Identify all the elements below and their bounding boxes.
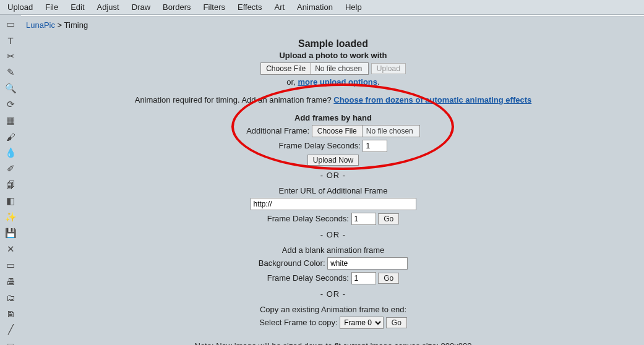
menu-animation[interactable]: Animation (292, 1, 338, 13)
frame-delay-label-2: Frame Delay Seconds: (267, 214, 349, 223)
frame-url-input[interactable] (251, 198, 416, 210)
eraser-icon[interactable]: ◧ (3, 195, 18, 207)
animation-notice: Animation required for timing. Add an an… (22, 95, 644, 104)
upload-file-input[interactable]: Choose File No file chosen (260, 62, 369, 75)
line-icon[interactable]: ╱ (3, 324, 18, 335)
menu-upload[interactable]: Upload (2, 1, 38, 13)
blank-frame-header: Add a blank animation frame (22, 245, 644, 255)
menu-edit[interactable]: Edit (66, 1, 89, 13)
page-title: Sample loaded (22, 38, 644, 49)
copy-frame-header: Copy an existing Animation frame to end: (22, 305, 644, 314)
or-divider-2: - OR - (22, 230, 644, 239)
breadcrumb-sep: > (58, 20, 62, 30)
additional-frame-choose-button[interactable]: Choose File (312, 126, 363, 137)
select-icon[interactable]: ▭ (3, 19, 18, 30)
breadcrumb-current: Timing (64, 20, 88, 30)
more-upload-options-link[interactable]: more upload options (298, 77, 377, 87)
or-divider-3: - OR - (22, 289, 644, 299)
rotate-icon[interactable]: ⟳ (3, 99, 18, 110)
catalog-icon[interactable]: 🗂 (3, 292, 18, 303)
menu-draw[interactable]: Draw (127, 1, 155, 13)
menu-help[interactable]: Help (340, 1, 367, 13)
choose-file-button[interactable]: Choose File (261, 63, 311, 74)
menu-bar: UploadFileEditAdjustDrawBordersFiltersEf… (0, 0, 644, 15)
pen-icon[interactable]: ✎ (3, 67, 18, 78)
menu-file[interactable]: File (40, 1, 63, 13)
frame-delay-label-1: Frame Delay Seconds: (279, 141, 361, 150)
frame-delay-input-3[interactable] (351, 272, 376, 284)
main-content: LunaPic > Timing Sample loaded Upload a … (22, 17, 644, 345)
bg-color-label: Background Color: (259, 258, 325, 268)
menu-effects[interactable]: Effects (233, 1, 267, 13)
select-frame-label: Select Frame to copy: (259, 318, 337, 327)
copy-icon[interactable]: 🗐 (3, 179, 18, 190)
upload-button[interactable]: Upload (371, 63, 406, 74)
go-button-url[interactable]: Go (378, 213, 399, 224)
menu-filters[interactable]: Filters (199, 1, 230, 13)
or-divider-1: - OR - (22, 171, 644, 180)
menu-art[interactable]: Art (269, 1, 290, 13)
delete-icon[interactable]: ✕ (3, 244, 18, 255)
clipboard-icon[interactable]: 🗎 (3, 308, 18, 319)
eyedropper-icon[interactable]: 💧 (3, 147, 18, 158)
page-subtitle: Upload a photo to work with (22, 51, 644, 60)
menu-adjust[interactable]: Adjust (92, 1, 124, 13)
side-toolbar: ▭T✂✎🔍⟳▦🖌💧✐🗐◧✨💾✕▭🖶🗂🗎╱□◯ (0, 15, 21, 345)
zoom-icon[interactable]: 🔍 (3, 83, 18, 94)
effects-icon[interactable]: ✨ (3, 211, 18, 223)
go-button-copy[interactable]: Go (386, 317, 407, 328)
cut-icon[interactable]: ✂ (3, 51, 18, 62)
additional-frame-label: Additional Frame: (246, 126, 309, 135)
upload-file-status: No file chosen (311, 63, 368, 74)
save-icon[interactable]: 💾 (3, 228, 18, 239)
print-icon[interactable]: 🖶 (3, 276, 18, 287)
brush-icon[interactable]: ✐ (3, 163, 18, 174)
select-frame-dropdown[interactable]: Frame 0 (340, 317, 384, 329)
url-frame-header: Enter URL of Additional Frame (22, 186, 644, 195)
add-frames-header: Add frames by hand (22, 113, 644, 122)
frame-delay-label-3: Frame Delay Seconds: (267, 273, 349, 283)
canvas-size-note: Note: New image will be sized down to fi… (22, 341, 644, 345)
go-button-blank[interactable]: Go (378, 273, 399, 284)
square-icon[interactable]: □ (3, 340, 18, 345)
frame-delay-input-2[interactable] (351, 213, 376, 225)
text-icon[interactable]: T (3, 35, 18, 46)
bg-color-input[interactable] (327, 257, 408, 270)
frame-delay-input-1[interactable] (363, 140, 387, 152)
paint-icon[interactable]: 🖌 (3, 131, 18, 142)
breadcrumb-home[interactable]: LunaPic (26, 20, 55, 30)
additional-frame-file-status: No file chosen (363, 126, 419, 137)
gradient-icon[interactable]: ▦ (3, 115, 18, 126)
menu-borders[interactable]: Borders (158, 1, 196, 13)
breadcrumb: LunaPic > Timing (22, 19, 644, 33)
auto-effects-link[interactable]: Choose from dozens of automatic animatin… (333, 95, 531, 104)
additional-frame-file-input[interactable]: Choose File No file chosen (312, 125, 420, 137)
page-icon[interactable]: ▭ (3, 260, 18, 271)
upload-now-button[interactable]: Upload Now (307, 155, 359, 166)
or-upload-options: or, more upload options. (22, 77, 644, 87)
